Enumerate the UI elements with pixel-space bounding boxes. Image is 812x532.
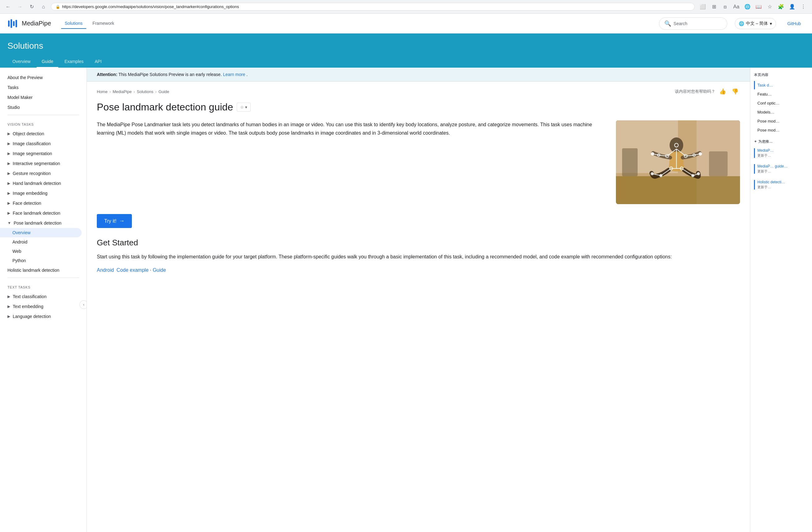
sidebar-subitem-python[interactable]: Python	[0, 256, 87, 265]
language-selector[interactable]: 🌐 中文 – 简体 ▾	[735, 18, 776, 29]
sidebar-item-image-classification[interactable]: ▶ Image classification	[0, 139, 87, 149]
search-bar[interactable]: 🔍 Search	[659, 17, 727, 30]
sidebar-subitem-overview[interactable]: Overview	[0, 228, 82, 237]
try-it-button[interactable]: Try it! →	[97, 214, 132, 228]
split-button[interactable]: ⧈	[720, 2, 730, 12]
tab-examples[interactable]: Examples	[60, 56, 88, 68]
toc-item-get-started[interactable]: Task d…	[754, 81, 808, 89]
breadcrumb-guide[interactable]: Guide	[159, 89, 170, 94]
sidebar-item-tasks[interactable]: Tasks	[0, 83, 87, 92]
bookmark-star-button[interactable]: ☆	[765, 2, 775, 12]
sidebar-subitem-android[interactable]: Android	[0, 237, 87, 247]
helpful-label: 该内容对您有帮助吗？	[675, 89, 715, 94]
back-button[interactable]: ←	[4, 2, 12, 11]
sidebar-label: Text classification	[13, 294, 46, 299]
toc-sidebar: 本页内容 Task d… Featu… Conf optic… Models… …	[750, 68, 812, 532]
guide-link[interactable]: Guide	[153, 267, 166, 273]
sidebar-item-text-classification[interactable]: ▶ Text classification	[0, 292, 87, 301]
recommend-item-2[interactable]: MediaP… guide… 更新于…	[754, 162, 808, 178]
recommend-item-1[interactable]: MediaP… 更新于…	[754, 146, 808, 162]
sidebar: About the Preview Tasks Model Maker Stud…	[0, 68, 87, 532]
solutions-nav-link[interactable]: Solutions	[61, 18, 87, 29]
address-bar[interactable]: 🔒 https://developers.google.com/mediapip…	[51, 3, 695, 11]
cast-button[interactable]: ⬜	[698, 2, 708, 12]
framework-nav-link[interactable]: Framework	[89, 18, 118, 29]
menu-button[interactable]: ⋮	[798, 2, 808, 12]
code-example-link[interactable]: Code example	[117, 267, 149, 273]
sidebar-item-face-detection[interactable]: ▶ Face detection	[0, 198, 87, 208]
sidebar-item-model-maker[interactable]: Model Maker	[0, 92, 87, 102]
toc-item-features[interactable]: Conf optic…	[754, 99, 808, 107]
sidebar-item-holistic-landmark[interactable]: Holistic landmark detection	[0, 265, 87, 275]
expand-icon: ▼	[8, 221, 11, 225]
sidebar-item-language-detection[interactable]: ▶ Language detection	[0, 311, 87, 321]
sidebar-label: Face landmark detection	[13, 211, 60, 216]
reader-button[interactable]: Aa	[731, 2, 741, 12]
url-text: https://developers.google.com/mediapipe/…	[62, 4, 239, 9]
learn-more-link[interactable]: Learn more	[223, 72, 245, 77]
breadcrumb-solutions[interactable]: Solutions	[137, 89, 153, 94]
nav-links: Solutions Framework	[61, 18, 118, 29]
sidebar-collapse-button[interactable]: ‹	[79, 300, 87, 309]
vision-section-label: Vision tasks	[0, 118, 87, 129]
svg-rect-8	[616, 176, 740, 204]
sidebar-label: Model Maker	[8, 95, 32, 100]
sidebar-subitem-web[interactable]: Web	[0, 247, 87, 256]
expand-icon: ▶	[8, 142, 10, 146]
sidebar-label: Image embedding	[13, 191, 47, 196]
sidebar-item-text-embedding[interactable]: ▶ Text embedding	[0, 301, 87, 311]
refresh-button[interactable]: ↻	[27, 2, 36, 11]
breadcrumb-mediapipe[interactable]: MediaPipe	[113, 89, 132, 94]
extension-button[interactable]: 🧩	[776, 2, 786, 12]
breadcrumb: Home › MediaPipe › Solutions › Guide	[97, 89, 169, 94]
toc-item-models[interactable]: Pose mod…	[754, 117, 808, 125]
sidebar-label: Face detection	[13, 201, 41, 206]
svg-rect-35	[709, 151, 728, 176]
sidebar-item-object-detection[interactable]: ▶ Object detection	[0, 129, 87, 139]
expand-icon: ▶	[8, 191, 10, 195]
sidebar-item-gesture-recognition[interactable]: ▶ Gesture recognition	[0, 168, 87, 178]
expand-icon: ▶	[8, 181, 10, 186]
search-icon: 🔍	[664, 20, 671, 27]
home-button[interactable]: ⌂	[39, 2, 48, 11]
sidebar-item-image-segmentation[interactable]: ▶ Image segmentation	[0, 149, 87, 159]
sidebar-label: Holistic landmark detection	[8, 268, 59, 273]
bookmark-button[interactable]: ☆ ▾	[237, 103, 251, 112]
sidebar-item-pose-landmark[interactable]: ▼ Pose landmark detection	[0, 218, 87, 228]
attention-text: This MediaPipe Solutions Preview is an e…	[118, 72, 223, 77]
sidebar-item-interactive-segmentation[interactable]: ▶ Interactive segmentation	[0, 159, 87, 168]
svg-rect-3	[15, 20, 17, 27]
tab-guide[interactable]: Guide	[37, 56, 58, 68]
expand-icon: ▶	[8, 294, 10, 299]
toc-item-conf-options[interactable]: Models…	[754, 108, 808, 116]
recommend-label: ✦ 为您推…	[754, 139, 808, 144]
translate-button[interactable]: 🌐	[742, 2, 752, 12]
toc-item-pose-models[interactable]: Pose mod…	[754, 126, 808, 134]
grid-button[interactable]: ⊞	[709, 2, 719, 12]
reading-list-button[interactable]: 📖	[754, 2, 764, 12]
thumbs-down-button[interactable]: 👎	[730, 87, 740, 97]
recommend-item-3[interactable]: Holistic detecti… 更新于…	[754, 178, 808, 194]
main-layout: About the Preview Tasks Model Maker Stud…	[0, 68, 812, 532]
github-link[interactable]: GitHub	[783, 19, 804, 29]
helpful-area: 该内容对您有帮助吗？ 👍 👎	[675, 87, 740, 97]
sidebar-item-about[interactable]: About the Preview	[0, 73, 87, 83]
thumbs-up-button[interactable]: 👍	[718, 87, 728, 97]
sidebar-divider-2	[8, 278, 79, 278]
sidebar-item-studio[interactable]: Studio	[0, 102, 87, 112]
expand-icon: ▶	[8, 171, 10, 176]
toc-item-task-desc[interactable]: Featu…	[754, 90, 808, 98]
svg-rect-0	[8, 20, 10, 27]
tab-api[interactable]: API	[90, 56, 107, 68]
forward-button: →	[15, 2, 24, 11]
diamond-icon: ✦	[754, 139, 757, 144]
sidebar-item-face-landmark[interactable]: ▶ Face landmark detection	[0, 208, 87, 218]
profile-button[interactable]: 👤	[787, 2, 797, 12]
tab-overview[interactable]: Overview	[8, 56, 35, 68]
browser-icons: ⬜ ⊞ ⧈ Aa 🌐 📖 ☆ 🧩 👤 ⋮	[698, 2, 808, 12]
android-code-link[interactable]: Android	[97, 267, 114, 273]
breadcrumb-home[interactable]: Home	[97, 89, 108, 94]
sidebar-item-image-embedding[interactable]: ▶ Image embedding	[0, 188, 87, 198]
lock-icon: 🔒	[56, 5, 60, 9]
sidebar-item-hand-landmark[interactable]: ▶ Hand landmark detection	[0, 178, 87, 188]
